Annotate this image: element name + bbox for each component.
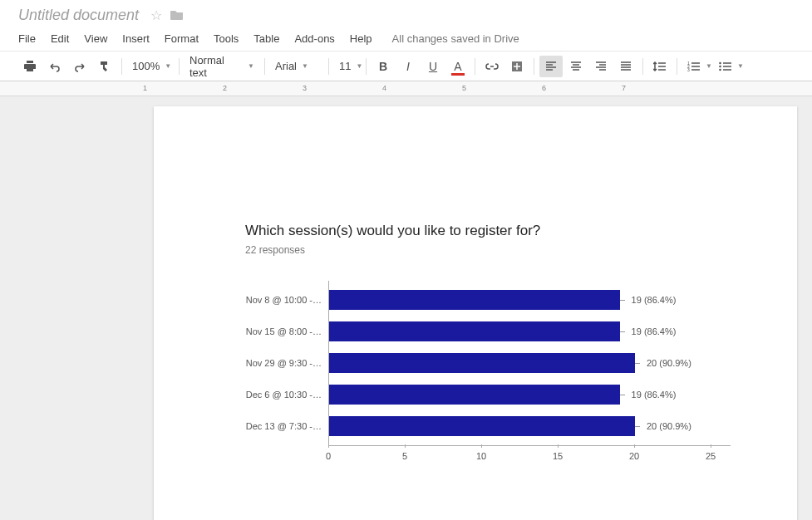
insert-comment-icon[interactable] (505, 56, 529, 77)
x-tick-label: 20 (629, 451, 639, 461)
x-axis: 0510152025 (328, 448, 731, 464)
chart: Nov 8 @ 10:00 -…Nov 15 @ 8:00 -…Nov 29 @… (245, 281, 731, 464)
separator (475, 58, 475, 75)
separator (179, 58, 180, 75)
chevron-down-icon[interactable]: ▼ (737, 62, 744, 70)
menu-insert[interactable]: Insert (122, 32, 150, 45)
save-status: All changes saved in Drive (392, 32, 519, 45)
document-title[interactable]: Untitled document (18, 7, 139, 24)
insert-link-icon[interactable] (480, 56, 504, 77)
bar-row: 19 (86.4%) (329, 284, 731, 316)
bar (329, 321, 620, 341)
menu-format[interactable]: Format (165, 32, 199, 45)
plot-area: 19 (86.4%)19 (86.4%)20 (90.9%)19 (86.4%)… (328, 281, 731, 464)
align-left-icon[interactable] (539, 56, 563, 77)
menu-view[interactable]: View (84, 32, 107, 45)
menu-file[interactable]: File (18, 32, 36, 45)
x-tick-label: 25 (706, 451, 716, 461)
toolbar: 100% ▼ Normal text ▼ Arial ▼ 11 ▼ B I U … (0, 52, 812, 81)
menu-help[interactable]: Help (350, 32, 372, 45)
paragraph-style-select[interactable]: Normal text ▼ (185, 56, 259, 77)
bar-row: 20 (90.9%) (329, 410, 731, 442)
zoom-value: 100% (132, 60, 160, 72)
separator (328, 58, 329, 75)
bar-value-label: 19 (86.4%) (632, 390, 677, 400)
separator (677, 58, 677, 75)
chevron-down-icon[interactable]: ▼ (706, 62, 712, 70)
undo-icon[interactable] (43, 56, 66, 77)
zoom-select[interactable]: 100% ▼ (127, 56, 174, 77)
align-center-icon[interactable] (564, 56, 588, 77)
line-spacing-icon[interactable] (648, 56, 672, 77)
category-label: Nov 8 @ 10:00 -… (245, 284, 328, 316)
menu-edit[interactable]: Edit (51, 32, 69, 45)
folder-icon[interactable] (170, 9, 184, 21)
align-justify-icon[interactable] (614, 56, 637, 77)
chevron-down-icon: ▼ (248, 62, 254, 70)
bar-value-label: 19 (86.4%) (632, 295, 677, 305)
y-axis-labels: Nov 8 @ 10:00 -…Nov 15 @ 8:00 -…Nov 29 @… (245, 281, 328, 464)
menu-table[interactable]: Table (253, 32, 279, 45)
bold-button[interactable]: B (372, 56, 395, 77)
font-value: Arial (275, 60, 297, 72)
bar-value-label: 20 (90.9%) (647, 421, 691, 431)
category-label: Nov 29 @ 9:30 -… (245, 347, 328, 379)
x-tick-label: 15 (553, 451, 563, 461)
chevron-down-icon: ▼ (302, 62, 308, 70)
separator (534, 58, 534, 75)
paint-format-icon[interactable] (93, 56, 116, 77)
svg-point-4 (719, 61, 721, 64)
title-bar: Untitled document ☆ (0, 0, 812, 27)
redo-icon[interactable] (68, 56, 91, 77)
font-select[interactable]: Arial ▼ (270, 56, 323, 77)
ruler-tick: 2 (223, 84, 227, 92)
category-label: Dec 13 @ 7:30 -… (245, 410, 328, 442)
bar-row: 20 (90.9%) (329, 347, 731, 379)
bar-row: 19 (86.4%) (329, 379, 731, 410)
svg-point-6 (719, 68, 721, 71)
document-canvas[interactable]: Which session(s) would you like to regis… (0, 96, 812, 520)
x-tick-label: 0 (326, 451, 331, 461)
bar (329, 353, 635, 373)
ruler-tick: 1 (143, 84, 147, 92)
bar (329, 290, 620, 310)
chart-subtitle: 22 responses (245, 244, 731, 256)
text-color-button[interactable]: A (446, 56, 470, 77)
chart-title: Which session(s) would you like to regis… (245, 223, 731, 239)
ruler-tick: 7 (622, 84, 626, 92)
page[interactable]: Which session(s) would you like to regis… (154, 106, 797, 520)
svg-text:3: 3 (687, 67, 690, 72)
chevron-down-icon: ▼ (356, 62, 362, 70)
bar (329, 416, 635, 436)
menu-tools[interactable]: Tools (214, 32, 239, 45)
star-icon[interactable]: ☆ (150, 7, 162, 23)
x-tick-label: 10 (476, 451, 486, 461)
numbered-list-icon[interactable]: 123 (682, 56, 706, 77)
x-tick-label: 5 (402, 451, 407, 461)
bar-row: 19 (86.4%) (329, 316, 731, 347)
bulleted-list-icon[interactable] (714, 56, 737, 77)
bar (329, 385, 620, 405)
style-value: Normal text (189, 54, 243, 79)
size-value: 11 (339, 60, 351, 72)
italic-button[interactable]: I (396, 56, 420, 77)
ruler-tick: 6 (542, 84, 546, 92)
font-size-select[interactable]: 11 ▼ (334, 56, 361, 77)
separator (642, 58, 643, 75)
menu-bar: File Edit View Insert Format Tools Table… (0, 27, 812, 52)
menu-addons[interactable]: Add-ons (294, 32, 334, 45)
align-right-icon[interactable] (589, 56, 613, 77)
ruler[interactable]: 1 2 3 4 5 6 7 (0, 81, 812, 96)
ruler-tick: 5 (462, 84, 466, 92)
chevron-down-icon: ▼ (165, 62, 171, 70)
svg-point-5 (719, 65, 721, 67)
separator (366, 58, 367, 75)
category-label: Dec 6 @ 10:30 -… (245, 379, 328, 410)
separator (264, 58, 265, 75)
category-label: Nov 15 @ 8:00 -… (245, 316, 328, 347)
separator (121, 58, 122, 75)
bar-value-label: 19 (86.4%) (632, 326, 677, 336)
underline-button[interactable]: U (421, 56, 445, 77)
print-icon[interactable] (18, 56, 42, 77)
ruler-tick: 3 (303, 84, 307, 92)
